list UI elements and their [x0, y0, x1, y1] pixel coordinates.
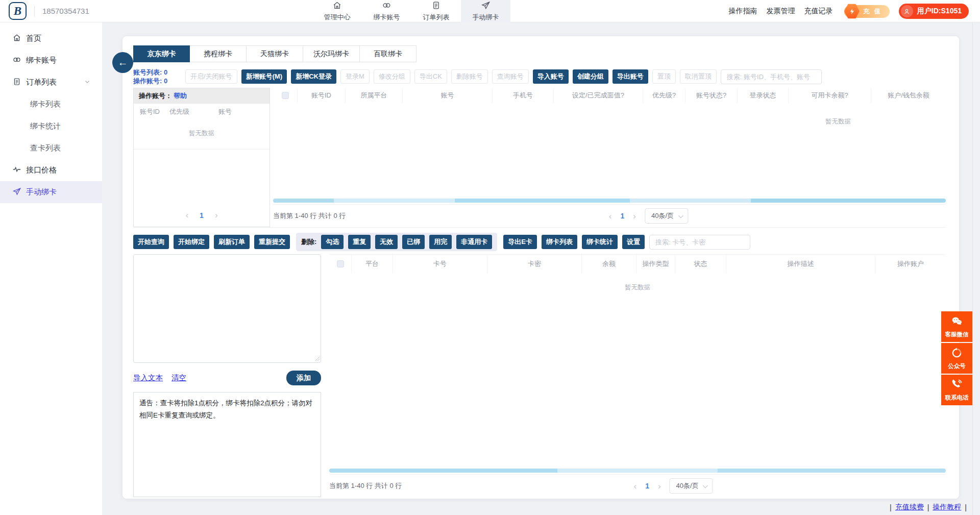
tab-jd-bind[interactable]: 京东绑卡 — [133, 45, 190, 62]
card-input-textarea[interactable] — [133, 254, 321, 363]
page-number[interactable]: 1 — [645, 482, 649, 490]
next-page-icon[interactable]: › — [658, 482, 661, 491]
footer-separator: | — [965, 503, 967, 511]
tutorial-link[interactable]: 操作教程 — [933, 503, 961, 512]
resubmit-button[interactable]: 重新提交 — [254, 235, 290, 249]
nav-item-management-center[interactable]: 管理中心 — [312, 0, 362, 22]
guide-link[interactable]: 操作指南 — [729, 7, 757, 16]
bind-stats-button[interactable]: 绑卡统计 — [582, 235, 618, 249]
nav-item-label: 手动绑卡 — [473, 13, 499, 22]
select-all-checkbox[interactable] — [337, 260, 344, 267]
header-cell: 账户/钱包余额 — [871, 88, 946, 103]
start-query-button[interactable]: 开始查询 — [133, 235, 169, 249]
cards-table: 平台 卡号 卡密 余额 操作类型 状态 操作描述 操作账户 暂无数据 当前 — [329, 254, 946, 497]
delete-nonuniversal-button[interactable]: 非通用卡 — [456, 235, 492, 249]
delete-bound-button[interactable]: 已绑 — [402, 235, 425, 249]
page-number[interactable]: 1 — [200, 211, 204, 219]
recharge-button[interactable]: 充 值 — [844, 5, 890, 18]
phone-contact-button[interactable]: 联系电话 — [941, 375, 972, 405]
cards-table-hscrollbar[interactable] — [329, 469, 946, 473]
pin-top-button[interactable]: 置顶 — [652, 69, 676, 84]
delete-used-button[interactable]: 用完 — [429, 235, 452, 249]
cancel-pin-button[interactable]: 取消置顶 — [680, 69, 717, 84]
invoice-link[interactable]: 发票管理 — [767, 7, 795, 16]
header-cell — [329, 255, 352, 273]
accounts-table-hscrollbar[interactable] — [273, 199, 946, 203]
export-ck-button[interactable]: 导出CK — [414, 69, 447, 84]
add-account-m-button[interactable]: 新增账号(M) — [241, 69, 287, 84]
refresh-order-button[interactable]: 刷新订单 — [214, 235, 250, 249]
contact-label: 联系电话 — [945, 394, 969, 402]
official-account-button[interactable]: 公众号 — [941, 343, 972, 374]
sidebar-item-bind-stats[interactable]: 绑卡统计 — [0, 115, 102, 137]
pagination-controls: ‹ 1 › 40条/页 — [633, 478, 713, 494]
import-account-button[interactable]: 导入账号 — [533, 69, 569, 84]
account-search-input[interactable] — [721, 69, 822, 84]
operator-account-panel: 操作账号： 帮助 账号ID 优先级 账号 暂无数据 ‹ 1 › — [133, 88, 270, 227]
nav-item-order-list[interactable]: 订单列表 — [411, 0, 461, 22]
select-all-checkbox[interactable] — [282, 92, 289, 99]
sidebar-item-home[interactable]: 首页 — [0, 28, 102, 50]
sidebar-item-bind-accounts[interactable]: 订单列表 绑卡账号 — [0, 50, 102, 71]
column-header: 账号ID — [140, 107, 169, 116]
export-ecard-button[interactable]: 导出E卡 — [503, 235, 537, 249]
nav-item-bind-accounts[interactable]: 绑卡账号 — [362, 0, 411, 22]
import-text-link[interactable]: 导入文本 — [133, 373, 163, 383]
prev-page-icon[interactable]: ‹ — [185, 211, 188, 219]
accounts-toolbar: 账号列表: 0 操作账号: 0 开启/关闭账号 新增账号(M) 新增CK登录 登… — [133, 68, 946, 85]
sidebar-item-order-list[interactable]: 订单列表 — [0, 71, 102, 93]
page-size-select[interactable]: 40条/页 — [645, 208, 688, 224]
add-button[interactable]: 添加 — [286, 371, 321, 385]
sidebar-item-label: 接口价格 — [26, 165, 57, 175]
clear-link[interactable]: 清空 — [172, 373, 186, 383]
sidebar-item-label: 绑卡列表 — [30, 100, 61, 109]
sidebar-item-api-price[interactable]: 接口价格 — [0, 159, 102, 181]
sidebar-item-manual-bind[interactable]: 手动绑卡 — [0, 181, 102, 203]
settings-button[interactable]: 设置 — [622, 235, 645, 249]
tab-tmall-bind[interactable]: 天猫绑卡 — [247, 45, 303, 62]
header-cell: 优先级? — [643, 88, 685, 103]
accounts-table-body: 暂无数据 — [273, 103, 946, 199]
delete-invalid-button[interactable]: 无效 — [375, 235, 398, 249]
page-number[interactable]: 1 — [621, 212, 625, 220]
start-bind-button[interactable]: 开始绑定 — [174, 235, 209, 249]
add-ck-login-button[interactable]: 新增CK登录 — [291, 69, 336, 84]
nav-item-manual-bind[interactable]: 手动绑卡 — [461, 0, 510, 22]
card-search-input[interactable] — [649, 235, 750, 250]
header-cell: 手机号 — [493, 88, 554, 103]
app-logo[interactable]: B — [9, 2, 27, 20]
collapse-panel-button[interactable]: ← — [112, 52, 133, 73]
sidebar-item-card-query-list[interactable]: 查卡列表 — [0, 137, 102, 159]
user-badge[interactable]: 用户ID:S1051 — [899, 4, 969, 19]
bind-list-button[interactable]: 绑卡列表 — [542, 235, 577, 249]
delete-duplicate-button[interactable]: 重复 — [348, 235, 371, 249]
export-account-button[interactable]: 导出账号 — [612, 69, 648, 84]
modify-group-button[interactable]: 修改分组 — [374, 69, 410, 84]
header-cell: 平台 — [352, 255, 393, 273]
recharge-renew-link[interactable]: 充值续费 — [895, 503, 924, 512]
help-link[interactable]: 帮助 — [174, 91, 187, 101]
login-m-button[interactable]: 登录M — [340, 69, 370, 84]
recharge-record-link[interactable]: 充值记录 — [804, 7, 833, 16]
wechat-support-button[interactable]: 客服微信 — [941, 311, 972, 342]
delete-checked-button[interactable]: 勾选 — [321, 235, 344, 249]
nav-item-label: 订单列表 — [423, 13, 450, 22]
recharge-label: 充 值 — [864, 7, 882, 16]
tab-bailian-bind[interactable]: 百联绑卡 — [360, 45, 416, 62]
next-page-icon[interactable]: › — [215, 211, 218, 219]
prev-page-icon[interactable]: ‹ — [609, 212, 612, 220]
top-nav: 管理中心 绑卡账号 订单列表 手动绑卡 — [312, 0, 510, 22]
query-account-button[interactable]: 查询账号 — [492, 69, 529, 84]
chevron-down-icon — [703, 483, 708, 488]
tab-walmart-bind[interactable]: 沃尔玛绑卡 — [303, 45, 360, 62]
delete-account-button[interactable]: 删除账号 — [451, 69, 488, 84]
tab-ctrip-bind[interactable]: 携程绑卡 — [190, 45, 247, 62]
prev-page-icon[interactable]: ‹ — [633, 482, 636, 491]
sidebar-item-bind-list[interactable]: 绑卡列表 — [0, 93, 102, 115]
create-group-button[interactable]: 创建分组 — [573, 69, 608, 84]
toggle-account-button[interactable]: 开启/关闭账号 — [185, 69, 237, 84]
page-size-select[interactable]: 40条/页 — [670, 478, 713, 494]
next-page-icon[interactable]: › — [633, 212, 636, 220]
delete-button-group: 删除: 勾选 重复 无效 已绑 用完 非通用卡 — [296, 233, 497, 251]
browser-scrollbar[interactable] — [972, 22, 980, 515]
